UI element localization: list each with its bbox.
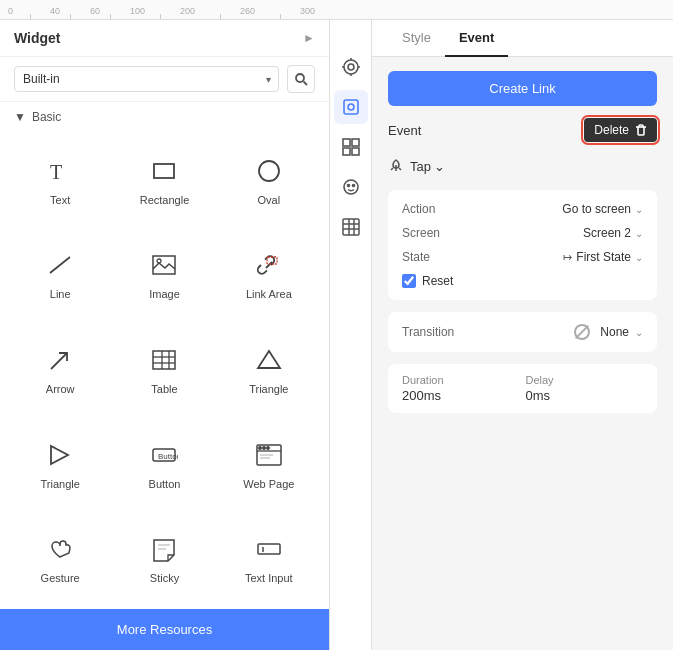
widget-item-table[interactable]: Table — [112, 321, 216, 416]
widget-expand-icon[interactable]: ► — [303, 31, 315, 45]
widget-item-triangle-up[interactable]: Triangle — [217, 321, 321, 416]
tab-event[interactable]: Event — [445, 20, 508, 57]
widget-item-webpage[interactable]: Web Page — [217, 416, 321, 511]
widget-label-triangle: Triangle — [249, 383, 288, 395]
transition-value-selector[interactable]: None ⌄ — [574, 324, 643, 340]
icon-bar-box[interactable] — [334, 90, 368, 124]
builtin-dropdown-wrapper[interactable]: Built-in Custom All — [14, 66, 279, 92]
create-link-button[interactable]: Create Link — [388, 71, 657, 106]
text-icon: T — [42, 153, 78, 189]
widget-item-text[interactable]: T Text — [8, 132, 112, 227]
svg-rect-40 — [352, 139, 359, 146]
widget-label-arrow: Arrow — [46, 383, 75, 395]
widget-item-gesture[interactable]: Gesture — [8, 510, 112, 605]
action-value-selector[interactable]: Go to screen ⌄ — [562, 202, 643, 216]
triangle2-icon — [42, 437, 78, 473]
builtin-dropdown[interactable]: Built-in Custom All — [14, 66, 279, 92]
svg-marker-17 — [51, 446, 68, 464]
widget-item-link-area[interactable]: Link Area — [217, 227, 321, 322]
no-transition-icon — [574, 324, 590, 340]
reset-row: Reset — [402, 274, 643, 288]
svg-point-32 — [348, 64, 354, 70]
screen-label: Screen — [402, 226, 462, 240]
widget-item-image[interactable]: Image — [112, 227, 216, 322]
webpage-icon — [251, 437, 287, 473]
widget-item-triangle-left[interactable]: Triangle — [8, 416, 112, 511]
reset-checkbox[interactable] — [402, 274, 416, 288]
tab-bar: Style Event — [372, 20, 673, 57]
delete-label: Delete — [594, 123, 629, 137]
svg-point-44 — [347, 185, 349, 187]
duration-delay-section: Duration 200ms Delay 0ms — [388, 364, 657, 413]
widget-item-arrow[interactable]: Arrow — [8, 321, 112, 416]
svg-rect-11 — [153, 351, 175, 369]
svg-point-24 — [259, 446, 261, 448]
widget-label-table: Table — [151, 383, 177, 395]
state-arrow-icon: ↦ — [563, 251, 572, 264]
icon-bar-emoji[interactable] — [334, 170, 368, 204]
widget-item-oval[interactable]: Oval — [217, 132, 321, 227]
search-bar: Built-in Custom All — [0, 57, 329, 102]
action-value: Go to screen — [562, 202, 631, 216]
svg-point-25 — [263, 446, 265, 448]
duration-col: Duration 200ms — [402, 374, 520, 403]
transition-row: Transition None ⌄ — [402, 324, 643, 340]
widget-panel: Widget ► Built-in Custom All ▼ Basic — [0, 20, 330, 650]
delay-label: Delay — [526, 374, 644, 386]
ruler-mark-0: 0 — [8, 6, 13, 16]
icon-bar-table[interactable] — [334, 210, 368, 244]
svg-line-1 — [304, 82, 308, 86]
gesture-icon — [42, 531, 78, 567]
delay-col: Delay 0ms — [526, 374, 644, 403]
delay-value: 0ms — [526, 388, 644, 403]
rectangle-icon — [146, 153, 182, 189]
arrow-icon — [42, 342, 78, 378]
state-value: First State — [576, 250, 631, 264]
svg-text:Button: Button — [158, 452, 178, 461]
widget-header: Widget ► — [0, 20, 329, 57]
state-value-selector[interactable]: ↦ First State ⌄ — [563, 250, 643, 264]
widget-item-sticky[interactable]: Sticky — [112, 510, 216, 605]
widget-label-line: Line — [50, 288, 71, 300]
ruler-mark-300: 300 — [300, 6, 315, 16]
more-resources-button[interactable]: More Resources — [0, 609, 329, 650]
collapse-arrow[interactable]: ▼ — [14, 110, 26, 124]
event-label: Event — [388, 123, 421, 138]
tap-row: Tap ⌄ — [388, 154, 657, 178]
tap-selector[interactable]: Tap ⌄ — [410, 159, 445, 174]
svg-rect-39 — [343, 139, 350, 146]
widget-item-button[interactable]: Button Button — [112, 416, 216, 511]
svg-rect-41 — [343, 148, 350, 155]
widget-item-line[interactable]: Line — [8, 227, 112, 322]
widget-label-image: Image — [149, 288, 180, 300]
screen-chevron: ⌄ — [635, 228, 643, 239]
dur-delay-grid: Duration 200ms Delay 0ms — [402, 374, 643, 403]
svg-point-0 — [296, 74, 304, 82]
svg-point-4 — [259, 161, 279, 181]
tap-icon — [388, 158, 404, 174]
textinput-icon — [251, 531, 287, 567]
transition-chevron: ⌄ — [635, 327, 643, 338]
svg-point-7 — [157, 259, 161, 263]
svg-rect-37 — [344, 100, 358, 114]
state-label: State — [402, 250, 462, 264]
delete-button[interactable]: Delete — [584, 118, 657, 142]
icon-bar-target[interactable] — [334, 50, 368, 84]
tab-style[interactable]: Style — [388, 20, 445, 57]
search-button[interactable] — [287, 65, 315, 93]
widget-item-text-input[interactable]: Text Input — [217, 510, 321, 605]
screen-value-selector[interactable]: Screen 2 ⌄ — [583, 226, 643, 240]
right-panel: Style Event Create Link Event Delete — [372, 20, 673, 650]
icon-bar — [330, 20, 372, 650]
transition-label: Transition — [402, 325, 454, 339]
tap-label: Tap — [410, 159, 431, 174]
widget-item-rectangle[interactable]: Rectangle — [112, 132, 216, 227]
basic-label: Basic — [32, 110, 61, 124]
icon-bar-grid[interactable] — [334, 130, 368, 164]
app-container: 0 40 60 100 200 260 300 Widget ► Built-i… — [0, 0, 673, 650]
widget-label-gesture: Gesture — [41, 572, 80, 584]
ruler-mark-40: 40 — [50, 6, 60, 16]
properties-section: Action Go to screen ⌄ Screen Screen 2 ⌄ — [388, 190, 657, 300]
svg-point-45 — [352, 185, 354, 187]
ruler-mark-260: 260 — [240, 6, 255, 16]
